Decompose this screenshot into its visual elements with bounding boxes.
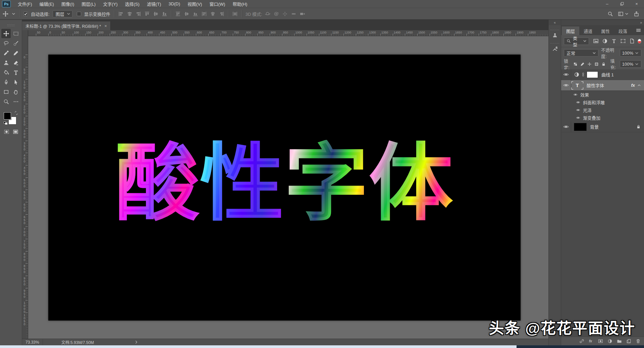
eye-icon[interactable] [576,108,580,112]
visibility-eye-icon[interactable] [573,92,578,97]
type-tool-icon[interactable] [13,70,19,75]
eyedropper-tool-icon[interactable] [3,50,9,56]
eraser-tool-icon[interactable] [13,60,19,66]
menu-item[interactable]: 选择(S) [121,0,143,8]
menu-item[interactable]: 图层(L) [78,0,99,8]
screen-mode-icon[interactable] [13,129,18,135]
3d-camera-icon[interactable] [300,11,305,17]
align-center-h-icon[interactable] [127,11,132,17]
zoom-tool-icon[interactable] [3,99,9,105]
layer-row-curves[interactable]: 曲线 1 [561,69,644,80]
stamp-tool-icon[interactable] [3,60,9,66]
quick-mask-icon[interactable] [4,129,9,135]
eraser-tool-button[interactable] [11,58,20,67]
default-colors-icon[interactable] [4,122,8,125]
panel-tab-属性[interactable]: 属性 [597,26,614,35]
delete-layer-icon[interactable] [636,339,641,344]
opacity-field[interactable]: 100% [620,49,641,57]
lock-position-icon[interactable] [587,62,592,66]
layer-name[interactable]: 曲线 1 [601,71,614,78]
pen-tool-icon[interactable] [3,79,9,85]
lasso-tool-button[interactable] [1,39,11,48]
align-bottom-icon[interactable] [162,11,167,17]
workspace-switcher-icon[interactable] [618,11,624,17]
minimize-button[interactable]: – [600,0,614,8]
panel-tab-段落[interactable]: 段落 [614,26,632,35]
status-options-chevron-icon[interactable] [134,340,139,344]
stamp-tool-button[interactable] [1,58,11,67]
visibility-eye-icon[interactable] [563,72,569,77]
3d-orbit-icon[interactable] [265,11,270,17]
canvas[interactable]: 酸性字体 [48,55,521,321]
distribute-right-icon[interactable] [219,11,224,17]
auto-select-dropdown[interactable]: 图层 [53,10,72,17]
effects-header-row[interactable]: 效果 [561,91,644,98]
panel-tab-图层[interactable]: 图层 [562,26,579,35]
align-top-icon[interactable] [144,11,150,17]
tool-preset-chevron-icon[interactable] [11,12,16,16]
rectangle-tool-button[interactable] [1,87,11,96]
distribute-bottom-icon[interactable] [193,11,198,17]
fill-field[interactable]: 100% [620,60,641,68]
lock-artboard-icon[interactable] [594,62,599,66]
layer-style-fx-icon[interactable]: fx [589,339,594,344]
zoom-tool-button[interactable] [1,97,11,106]
document-tab[interactable]: 未标题-1 @ 73.3% (酸性字体, RGB/8#) * × [22,21,111,30]
link-layers-icon[interactable] [579,339,584,344]
clone-source-panel-button[interactable] [550,30,559,39]
filter-toggle-pin[interactable] [638,39,641,44]
menu-item[interactable]: 编辑(E) [36,0,58,8]
direct-select-tool-icon[interactable] [13,79,19,85]
more-tools-icon[interactable] [13,99,19,105]
3d-slide-icon[interactable] [291,11,297,17]
3d-roll-icon[interactable] [273,11,279,17]
collapse-panels-right[interactable]: » [640,21,642,24]
curves-mask-thumbnail[interactable] [587,71,598,78]
align-right-icon[interactable] [136,11,141,17]
layer-row-text[interactable]: T 酸性字体 fx [561,80,644,91]
menu-item[interactable]: 帮助(H) [229,0,251,8]
tab-close-icon[interactable]: × [104,23,107,28]
show-transform-checkbox[interactable] [77,12,81,16]
filter-smart-object-icon[interactable] [629,38,635,44]
3d-pan-icon[interactable] [282,11,288,17]
paint-bucket-tool-button[interactable] [1,68,11,77]
paint-bucket-tool-icon[interactable] [3,70,9,75]
marquee-tool-button[interactable] [11,29,20,38]
hand-tool-button[interactable] [11,87,20,96]
more-tools-button[interactable] [11,97,20,106]
distribute-top-icon[interactable] [175,11,181,17]
close-button[interactable]: × [629,0,644,8]
layer-group-icon[interactable] [617,339,622,344]
type-tool-button[interactable] [11,68,20,77]
filter-shape-icon[interactable] [620,38,626,44]
menu-item[interactable]: 窗口(W) [206,0,229,8]
rectangle-tool-icon[interactable] [3,89,9,95]
lasso-tool-icon[interactable] [3,41,9,46]
layer-name[interactable]: 背景 [590,124,599,130]
menu-item[interactable]: 文字(Y) [99,0,121,8]
menu-item[interactable]: 视图(V) [184,0,206,8]
pencil-tool-button[interactable] [11,48,20,58]
align-left-icon[interactable] [118,11,124,17]
lock-all-icon[interactable] [601,62,606,66]
visibility-eye-icon[interactable] [563,124,569,130]
search-icon[interactable] [607,11,613,17]
collapse-effects-chevron-icon[interactable] [637,83,641,87]
layer-mask-icon[interactable] [598,339,603,344]
new-layer-icon[interactable] [626,339,631,344]
filter-adjustment-icon[interactable] [602,38,608,44]
panel-tab-通道[interactable]: 通道 [579,26,597,35]
move-tool-icon[interactable] [3,31,9,37]
effect-row[interactable]: 光泽 [561,106,644,114]
quick-select-tool-button[interactable] [11,39,20,48]
hand-tool-icon[interactable] [13,89,19,95]
foreground-color-swatch[interactable] [4,112,11,120]
zoom-level-field[interactable]: 73.33% [22,339,43,345]
lock-pixels-icon[interactable] [580,62,585,66]
marquee-tool-icon[interactable] [13,31,19,37]
direct-select-tool-button[interactable] [11,77,20,87]
adjustment-layer-icon[interactable] [607,339,612,344]
panel-menu-icon[interactable] [636,27,641,33]
eye-icon[interactable] [576,100,580,105]
